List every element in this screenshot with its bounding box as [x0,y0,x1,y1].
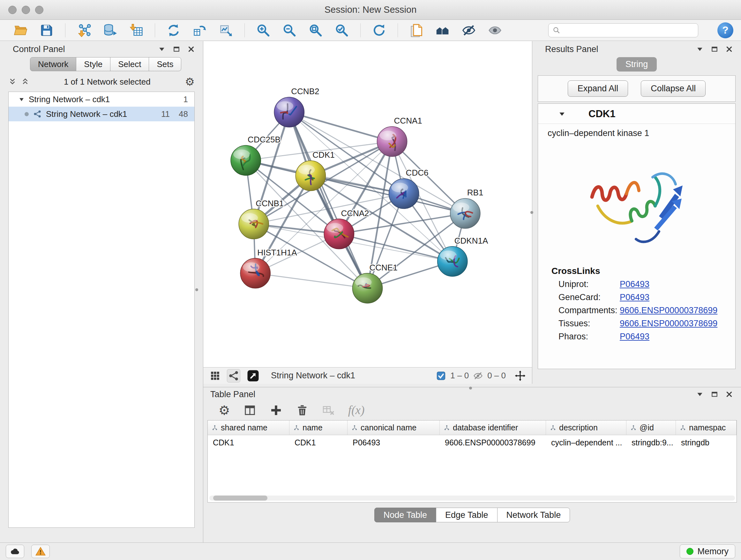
zoom-window-button[interactable] [35,6,44,14]
network-node[interactable] [324,219,354,249]
panel-float-icon[interactable] [711,46,718,53]
cloud-button[interactable] [6,545,24,558]
help-button[interactable]: ? [718,22,733,38]
column-header[interactable]: @id [626,421,676,435]
scrollbar-thumb[interactable] [213,496,267,501]
tree-expand-icon[interactable] [19,97,24,102]
search-input[interactable] [564,25,694,35]
network-edge[interactable] [289,112,392,141]
search-box[interactable] [548,23,698,37]
column-header[interactable]: shared name [208,421,289,435]
tab-select[interactable]: Select [110,57,149,71]
close-window-button[interactable] [8,6,17,14]
protein-entry-header[interactable]: CDK1 [538,104,735,124]
selected-checkbox-icon[interactable] [436,371,446,381]
expand-all-icon[interactable] [21,78,29,86]
entry-collapse-icon[interactable] [558,111,565,118]
network-edge[interactable] [289,112,367,288]
network-node[interactable] [377,126,407,157]
import-table-file-button[interactable] [129,23,144,38]
horizontal-splitter-handle[interactable] [469,387,472,389]
network-graph[interactable]: CCNB2CCNA1CDC25BCDK1CDC6RB1CCNB1CCNA2CDK… [203,41,532,367]
horizontal-splitter[interactable] [203,384,741,387]
panel-close-icon[interactable] [726,46,733,53]
save-session-button[interactable] [39,23,54,38]
network-row[interactable]: String Network – cdk1 11 48 [9,107,194,121]
panel-collapse-icon[interactable] [158,46,165,53]
network-collection-row[interactable]: String Network – cdk1 1 [9,92,194,107]
column-header[interactable]: namespac [676,421,737,435]
network-node[interactable] [231,145,261,175]
table-cell[interactable]: stringdb [676,435,737,450]
hidden-eye-slash-icon[interactable] [473,371,483,381]
crosslink-link[interactable]: P06493 [620,293,650,302]
crosshair-icon[interactable] [515,370,526,381]
table-cell[interactable]: P06493 [347,435,440,450]
panel-float-icon[interactable] [711,391,718,398]
grid-view-icon[interactable] [210,370,220,381]
column-header[interactable]: name [289,421,347,435]
show-columns-icon[interactable] [244,404,256,417]
horizontal-scrollbar[interactable] [209,496,735,501]
table-row[interactable]: CDK1 CDK1 P06493 9606.ENSP00000378699 cy… [208,435,737,450]
panel-collapse-icon[interactable] [696,391,703,398]
tab-node-table[interactable]: Node Table [374,508,436,522]
gear-icon[interactable]: ⚙ [185,76,195,87]
table-cell[interactable]: CDK1 [289,435,347,450]
table-cell[interactable]: cyclin–dependent ... [546,435,626,450]
open-in-window-button[interactable] [247,369,259,382]
minimize-window-button[interactable] [22,6,30,14]
panel-close-icon[interactable] [726,391,733,398]
tab-sets[interactable]: Sets [149,57,181,71]
network-canvas[interactable]: CCNB2CCNA1CDC25BCDK1CDC6RB1CCNB1CCNA2CDK… [203,41,532,367]
column-header[interactable]: canonical name [347,421,440,435]
collapse-all-icon[interactable] [8,78,17,86]
tab-network[interactable]: Network [30,57,76,71]
import-network-database-button[interactable] [103,23,118,38]
string-tab[interactable]: String [616,57,657,71]
panel-collapse-icon[interactable] [696,46,703,53]
table-settings-gear-icon[interactable]: ⚙ [219,404,230,417]
column-header[interactable]: description [546,421,626,435]
apply-preferred-layout-button[interactable] [372,23,387,38]
zoom-selected-button[interactable] [334,23,349,38]
crosslink-link[interactable]: 9606.ENSP00000378699 [620,319,718,328]
vertical-splitter-handle[interactable] [195,288,198,291]
export-image-button[interactable] [218,23,233,38]
network-share-icon[interactable] [227,369,240,382]
table-cell[interactable]: stringdb:9... [626,435,676,450]
memory-button[interactable]: Memory [680,544,735,558]
show-details-button[interactable] [487,23,502,38]
crosslink-link[interactable]: 9606.ENSP00000378699 [620,306,718,315]
delete-column-trash-icon[interactable] [296,404,309,417]
zoom-fit-button[interactable] [308,23,323,38]
zoom-out-button[interactable] [282,23,297,38]
refresh-layout-button[interactable] [166,23,181,38]
network-edge[interactable] [255,273,367,288]
function-builder-icon[interactable]: f(x) [348,403,364,417]
expand-all-button[interactable]: Expand All [568,80,628,97]
vertical-splitter-handle[interactable] [530,211,533,214]
home-button[interactable] [435,23,450,38]
collapse-all-button[interactable]: Collapse All [641,80,705,97]
import-table-url-button[interactable] [192,23,207,38]
import-network-file-button[interactable] [76,23,91,38]
crosslink-link[interactable]: P06493 [620,279,650,289]
tab-edge-table[interactable]: Edge Table [436,508,497,522]
network-node[interactable] [274,97,304,127]
hide-details-button[interactable] [461,23,476,38]
zoom-in-button[interactable] [256,23,271,38]
panel-close-icon[interactable] [188,46,195,53]
column-header[interactable]: database identifier [440,421,546,435]
tab-network-table[interactable]: Network Table [497,508,570,522]
table-cell[interactable]: 9606.ENSP00000378699 [440,435,546,450]
table-cell[interactable]: CDK1 [208,435,289,450]
warnings-button[interactable] [31,545,50,558]
delete-table-icon[interactable] [322,404,335,417]
add-column-icon[interactable] [270,404,282,417]
tab-style[interactable]: Style [76,57,111,71]
copy-view-button[interactable] [409,23,424,38]
open-session-button[interactable] [13,23,28,38]
panel-float-icon[interactable] [173,46,180,53]
crosslink-link[interactable]: P06493 [620,332,650,341]
